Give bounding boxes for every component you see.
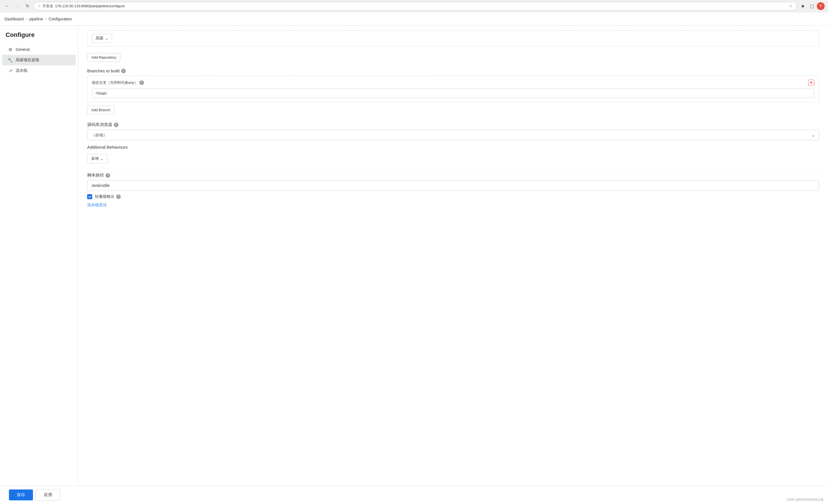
bookmark-icon[interactable]: ☆ [789,4,792,8]
advanced-toggle-button[interactable]: 高级 ⌄ [92,34,112,43]
back-button[interactable]: ← [3,2,11,10]
sidebar-item-pipeline-label: 流水线 [16,68,27,73]
add-new-label: 新增 [91,156,98,161]
main-content: 高级 ⌄ Add Repository Branches to build ? … [78,26,828,504]
branches-help-icon[interactable]: ? [121,69,126,73]
breadcrumb-dashboard[interactable]: Dashboard [4,17,24,21]
gear-icon: ⚙ [8,47,13,52]
page-layout: Configure ⚙ General 🔧 高级项目选项 ↗ 流水线 高级 ⌄ … [0,26,828,504]
breadcrumb-configuration: Configuration [49,17,72,21]
breadcrumb-sep-2: › [45,17,46,21]
source-browser-select-wrapper: （自动） ⌄ [87,130,819,140]
lightweight-checkout-checkbox[interactable] [87,194,92,199]
action-bar: 保存 应用 [0,486,828,504]
sidebar-item-pipeline[interactable]: ↗ 流水线 [2,66,76,76]
script-path-input[interactable] [87,180,819,191]
advanced-toggle-label: 高级 [95,36,104,41]
source-browser-select[interactable]: （自动） [87,130,819,140]
forward-button[interactable]: → [13,2,21,10]
profile-button[interactable]: ▢ [808,2,816,10]
breadcrumb-pipeline[interactable]: pipeline [29,17,43,21]
page-footer: CSDN @阿汤哥的程序之路 [782,495,828,504]
wrench-icon: 🔧 [8,57,13,62]
add-new-button[interactable]: 新增 ⌄ [87,154,108,163]
script-path-label-container: 脚本路径 ? [87,173,819,178]
script-path-help-icon[interactable]: ? [106,173,110,178]
advanced-section: 高级 ⌄ [87,30,819,46]
sidebar-item-general[interactable]: ⚙ General [2,44,76,55]
apply-button[interactable]: 应用 [36,489,60,501]
address-bar[interactable]: ⚠ 不安全 178.119.30.133:8080/job/pipeline/c… [34,2,797,10]
divider [78,168,828,168]
chevron-down-icon: ⌄ [105,36,109,41]
add-repository-button[interactable]: Add Repository [87,53,120,62]
branch-input[interactable] [92,89,814,98]
dropdown-chevron-icon: ⌄ [100,157,104,161]
sidebar: Configure ⚙ General 🔧 高级项目选项 ↗ 流水线 [0,26,78,504]
sidebar-item-advanced-options[interactable]: 🔧 高级项目选项 [2,55,76,66]
sidebar-item-advanced-label: 高级项目选项 [16,57,39,62]
url-text: 178.119.30.133:8080/job/pipeline/configu… [55,4,787,8]
sidebar-item-general-label: General [16,47,30,52]
checkmark-icon [88,195,91,198]
branch-box-header: 指定分支（为空时代表any） ? ✕ [92,80,814,86]
branches-to-build-label: Branches to build ? [87,69,819,73]
script-path-label: 脚本路径 [87,173,104,178]
security-label: 不安全 [42,4,53,9]
extensions-button[interactable]: ■ [799,2,807,10]
source-browser-label-container: 源码库浏览器 ? [87,122,819,127]
lightweight-checkout-label: 轻量级检出 ? [95,194,121,199]
branch-box: 指定分支（为空时代表any） ? ✕ [87,76,819,102]
pipeline-icon: ↗ [8,68,13,73]
breadcrumb-sep-1: › [26,17,27,21]
bottom-spacer [78,210,828,232]
footer-text: CSDN @阿汤哥的程序之路 [786,498,824,501]
reload-button[interactable]: ↻ [24,2,31,10]
breadcrumb: Dashboard › pipeline › Configuration [0,12,828,26]
browser-chrome: ← → ↻ ⚠ 不安全 178.119.30.133:8080/job/pipe… [0,0,828,12]
user-avatar: T [817,2,825,10]
branch-specifier-label: 指定分支（为空时代表any） ? [92,80,144,85]
source-browser-help-icon[interactable]: ? [114,123,118,127]
branch-specifier-help-icon[interactable]: ? [139,80,144,85]
sidebar-title: Configure [0,31,78,44]
security-icon: ⚠ [38,4,41,8]
add-branch-button[interactable]: Add Branch [87,106,115,114]
source-browser-label: 源码库浏览器 [87,122,112,127]
browser-actions: ■ ▢ T [799,2,825,10]
additional-behaviours-label: Additional Behaviours [87,145,819,150]
branch-close-button[interactable]: ✕ [808,80,814,86]
lightweight-checkout-row: 轻量级检出 ? [87,194,819,199]
pipeline-syntax-link[interactable]: 流水线语法 [87,203,819,208]
lightweight-checkout-help-icon[interactable]: ? [116,195,121,199]
save-button[interactable]: 保存 [9,490,33,500]
